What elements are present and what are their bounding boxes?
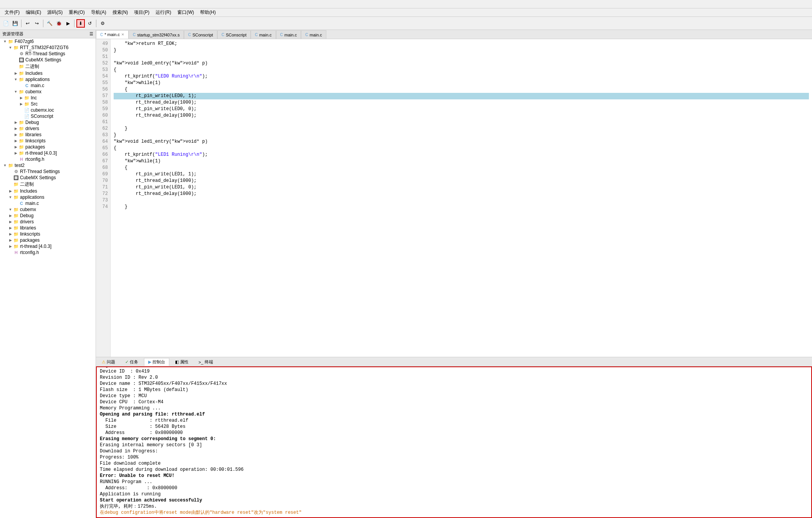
tree-icon: 📁 <box>13 238 19 243</box>
editor-tab[interactable]: CSConscript <box>217 30 251 39</box>
tree-item[interactable]: ▶📁linkscripts <box>0 138 96 144</box>
tree-item[interactable]: ▶📁Includes <box>0 188 96 194</box>
build-btn[interactable]: 🔨 <box>45 19 54 28</box>
line-number: 58 <box>98 99 108 106</box>
run-btn[interactable]: ▶ <box>64 19 72 28</box>
console-line: Time elapsed during download operation: … <box>100 467 808 473</box>
menu-item[interactable]: 编辑(E) <box>23 8 44 16</box>
line-number: 59 <box>98 106 108 112</box>
tree-item[interactable]: ▶📁libraries <box>0 225 96 231</box>
line-number: 67 <box>98 158 108 165</box>
editor-tab[interactable]: Cmain.c <box>251 30 276 39</box>
menu-item[interactable]: 窗口(W) <box>174 8 197 16</box>
menu-item[interactable]: 重构(O) <box>66 8 88 16</box>
tree-label: Src <box>31 101 38 107</box>
tree-item[interactable]: ▼📁test2 <box>0 162 96 168</box>
console-line: Device type : MCU <box>100 393 808 399</box>
tree-item[interactable]: ▶📁Inc <box>0 95 96 101</box>
bottom-tab[interactable]: ◧属性 <box>171 358 193 366</box>
debug-btn[interactable]: 🐞 <box>55 19 63 28</box>
tree-item[interactable]: ⚙RT-Thread Settings <box>0 168 96 175</box>
menu-item[interactable]: 搜索(N) <box>109 8 131 16</box>
editor-tab[interactable]: CSConscript <box>184 30 217 39</box>
bottom-tab[interactable]: ⚠问题 <box>98 358 119 366</box>
tree-item[interactable]: ▶📁drivers <box>0 219 96 225</box>
tree-icon: 📁 <box>13 182 19 187</box>
code-line: "kw">while(1) <box>114 80 809 86</box>
tree-item[interactable]: ▼📁cubemx <box>0 89 96 95</box>
tree-item[interactable]: ⚙RT-Thread Settings <box>0 51 96 57</box>
tree-icon: 📁 <box>18 144 25 150</box>
tree-item[interactable]: Cmain.c <box>0 200 96 206</box>
undo-btn[interactable]: ↩ <box>23 19 32 28</box>
sidebar-tree: ▼📁F407zgt6▼📁RTT_STM32F407ZGT6⚙RT-Thread … <box>0 38 96 256</box>
tree-item[interactable]: Cmain.c <box>0 82 96 89</box>
tree-item[interactable]: ▶📁linkscripts <box>0 231 96 237</box>
menu-item[interactable]: 运行(R) <box>152 8 174 16</box>
tree-item[interactable]: ▶📁packages <box>0 237 96 243</box>
editor-tab[interactable]: C* main.c✕ <box>96 30 129 39</box>
tree-item[interactable]: ▶📁rt-thread [4.0.3] <box>0 150 96 156</box>
tree-icon: 📄 <box>24 114 30 119</box>
tab-close-btn[interactable]: ✕ <box>121 33 124 36</box>
tree-icon: 📁 <box>13 188 19 194</box>
tree-item[interactable]: ▼📁cubemx <box>0 206 96 213</box>
line-number: 69 <box>98 171 108 178</box>
tree-item[interactable]: ▶📁Debug <box>0 119 96 125</box>
bottom-tab[interactable]: ▶控制台 <box>144 358 169 366</box>
sidebar-menu-icon[interactable]: ☰ <box>89 31 93 36</box>
menu-item[interactable]: 项目(P) <box>131 8 152 16</box>
line-number: 55 <box>98 80 108 86</box>
tree-item[interactable]: ▶📁Debug <box>0 213 96 219</box>
tree-item[interactable]: ▼📁applications <box>0 76 96 82</box>
tree-icon: 📁 <box>24 101 30 107</box>
tree-item[interactable]: 📁二进制 <box>0 63 96 70</box>
save-btn[interactable]: 💾 <box>11 19 19 28</box>
bottom-tab[interactable]: ✓任务 <box>121 358 142 366</box>
tree-icon: 📁 <box>8 163 14 168</box>
tree-icon: C <box>18 201 25 206</box>
tree-item[interactable]: ▶📁Src <box>0 101 96 107</box>
tree-item[interactable]: 🔲CubeMX Settings <box>0 175 96 181</box>
code-line: rt_thread_delay(1000); <box>114 178 809 184</box>
code-line: { <box>114 145 809 152</box>
tree-item[interactable]: 📁二进制 <box>0 181 96 188</box>
tree-label: CubeMX Settings <box>20 175 56 180</box>
download-btn[interactable]: ⬇ <box>76 19 85 28</box>
editor-tab[interactable]: Cstartup_stm32f407xx.s <box>129 30 184 39</box>
tree-item[interactable]: ▶📁drivers <box>0 125 96 132</box>
tree-arrow: ▼ <box>8 195 13 199</box>
bottom-tab[interactable]: >_终端 <box>194 358 217 366</box>
code-content[interactable]: "kw">return RT_EOK;} "kw">void led0_entr… <box>111 39 812 357</box>
console-line: Start operation achieved successfully <box>100 497 808 503</box>
tree-label: rtconfig.h <box>20 250 39 255</box>
reset-btn[interactable]: ↺ <box>86 19 94 28</box>
editor-tab[interactable]: Cmain.c <box>301 30 326 39</box>
tree-item[interactable]: ▶📁Includes <box>0 70 96 76</box>
tree-item[interactable]: Hrtconfig.h <box>0 249 96 256</box>
menu-item[interactable]: 帮助(H) <box>197 8 219 16</box>
tree-item[interactable]: ▶📁packages <box>0 144 96 150</box>
tree-item[interactable]: ▶📁rt-thread [4.0.3] <box>0 243 96 249</box>
menu-item[interactable]: 源码(S) <box>44 8 66 16</box>
tree-icon: 📁 <box>13 195 19 200</box>
tree-item[interactable]: ▼📁applications <box>0 194 96 200</box>
console-area[interactable]: Log Console Device ID : 0x419Revision ID… <box>96 366 812 518</box>
tree-item[interactable]: ▼📁RTT_STM32F407ZGT6 <box>0 45 96 51</box>
tree-item[interactable]: Hrtconfig.h <box>0 156 96 162</box>
tree-item[interactable]: 📄SConscript <box>0 113 96 119</box>
redo-btn[interactable]: ↪ <box>33 19 41 28</box>
menu-item[interactable]: 导航(A) <box>88 8 109 16</box>
code-line: "kw">return RT_EOK; <box>114 41 809 47</box>
editor-tab[interactable]: Cmain.c <box>276 30 301 39</box>
new-file-btn[interactable]: 📄 <box>2 19 10 28</box>
settings-btn[interactable]: ⚙ <box>98 19 107 28</box>
tree-label: drivers <box>20 219 34 224</box>
code-line: rt_pin_write(LED1, 0); <box>114 184 809 191</box>
tree-item[interactable]: ▼📁F407zgt6 <box>0 38 96 45</box>
tree-item[interactable]: 📄cubemx.ioc <box>0 107 96 113</box>
code-line <box>114 54 809 60</box>
tree-item[interactable]: ▶📁libraries <box>0 132 96 138</box>
tree-item[interactable]: 🔲CubeMX Settings <box>0 57 96 63</box>
menu-item[interactable]: 文件(F) <box>2 8 23 16</box>
